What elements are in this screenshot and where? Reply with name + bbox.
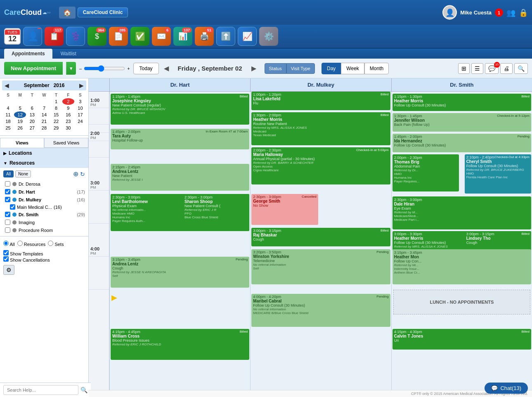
appt-smith-calvin[interactable]: 4:15pm - 4:30pm Billed Calvin T Jones Ur… (392, 329, 531, 350)
main-medical-checkbox[interactable] (10, 204, 15, 210)
notification-badge[interactable]: 1 (495, 8, 503, 17)
cal-day-30[interactable]: 30 (62, 125, 74, 131)
chat-button[interactable]: 💬 Chat(13) (485, 383, 528, 394)
derosa-checkbox[interactable] (5, 181, 10, 187)
cal-day-22[interactable]: 22 (50, 118, 62, 125)
radio-all-label[interactable]: All (3, 241, 15, 247)
resource-main-medical[interactable]: Main Medical C... (16) (0, 203, 88, 210)
cal-day-7[interactable]: 7 (38, 105, 50, 111)
appt-mulkey-winston[interactable]: 3:20pm - 3:50pm Pending Winston Yorkshir… (251, 249, 390, 284)
appt-smith-cheryl[interactable]: 2:10pm - 2:40pm Checked-Out at 4:33pm Ch… (465, 154, 531, 194)
cal-day-28[interactable]: 28 (38, 125, 50, 131)
appt-hart-5[interactable]: 3:15pm - 3:45pm Pending Andrea Lentz Cou… (111, 257, 249, 288)
cal-day-13[interactable]: 13 (26, 111, 38, 118)
cal-day-24[interactable]: 24 (74, 118, 86, 125)
cal-day-27[interactable]: 27 (26, 125, 38, 131)
cal-day-29[interactable]: 29 (50, 125, 62, 131)
week-view-button[interactable]: Week (341, 63, 364, 74)
appt-smith-thomas[interactable]: 2:00pm - 2:30pm Thomas Brig Abdominal Pa… (392, 154, 459, 191)
appt-mulkey-2[interactable]: 1:30pm - 2:00pm Billed Heather Morris Ro… (251, 112, 390, 145)
refresh-icon[interactable]: ↻ (80, 171, 85, 177)
cal-day-23[interactable]: 23 (62, 118, 74, 125)
radio-all[interactable] (3, 241, 9, 246)
imaging-checkbox[interactable] (5, 220, 10, 225)
cal-day-15[interactable]: 15 (50, 111, 62, 118)
cal-day-2[interactable]: 2 (62, 98, 74, 105)
cal-day-26[interactable]: 26 (14, 125, 26, 131)
settings-icon[interactable]: ⚙️ (259, 27, 278, 46)
upload-icon[interactable]: ⬆️ (216, 27, 235, 46)
tab-appointments[interactable]: Appointments (4, 49, 52, 59)
add-resource-icon[interactable]: ⊕ (73, 170, 78, 178)
appt-mulkey-3[interactable]: 2:00pm - 2:30pm Checked-In at 5:03pm Mar… (251, 147, 390, 184)
appt-hart-6[interactable]: 4:15pm - 4:45pm Billed William Cross Blo… (111, 329, 249, 360)
cal-day-9[interactable]: 9 (62, 105, 74, 111)
cal-day-20[interactable]: 20 (26, 118, 38, 125)
search-input[interactable] (3, 385, 78, 395)
messages-button[interactable]: 💬35 (485, 63, 499, 74)
cal-day-25[interactable]: 25 (2, 125, 14, 131)
appt-mulkey-1[interactable]: 1:00pm - 1:20pm Billed Lisa Lakefield Fl… (251, 92, 390, 110)
resource-hart[interactable]: Dr. Hart (17) (0, 188, 88, 196)
appt-hart-2[interactable]: 1:45pm - 2:00pm In Exam Room #7 at 7:00a… (111, 129, 249, 149)
cal-day-21[interactable]: 21 (38, 118, 50, 125)
cal-day-6[interactable]: 6 (26, 105, 38, 111)
radio-sets[interactable] (48, 241, 53, 246)
resource-mulkey[interactable]: Dr. Mulkey (16) (0, 196, 88, 203)
saved-views-tab[interactable]: Saved Views (44, 138, 88, 148)
appt-hart-sharon[interactable]: 2:30pm - 3:00pm Sharon Shoop New Patient… (183, 194, 249, 231)
prev-date-button[interactable]: ◀ (162, 63, 170, 74)
appt-hart-1[interactable]: 1:15pm - 1:45pm Billed Josephine Kingsle… (111, 94, 249, 125)
billing-icon[interactable]: 📋117 (45, 27, 64, 46)
filter-none-button[interactable]: None (15, 170, 31, 177)
appt-smith-1[interactable]: 1:15pm - 1:30pm Billed Heather Morris Fo… (392, 94, 531, 111)
new-appointment-dropdown[interactable]: ▾ (66, 62, 76, 75)
cal-day-16[interactable]: 16 (62, 111, 74, 118)
next-date-button[interactable]: ▶ (250, 63, 258, 74)
mail-icon[interactable]: ✉️6 (152, 27, 171, 46)
appt-smith-lindsey[interactable]: 3:00pm - 3:15pm Billed Lindsey Tho Cough (465, 231, 531, 247)
appt-mulkey-george[interactable]: 2:30pm - 3:00pm Cancelled George Smith N… (251, 194, 318, 225)
radio-sets-label[interactable]: Sets (48, 241, 64, 247)
appt-smith-2[interactable]: 1:30pm - 1:45pm Checked-In at 5:12pm Jen… (392, 113, 531, 132)
visit-type-filter-button[interactable]: Visit Type (286, 63, 315, 74)
stethoscope-icon[interactable]: ⚕️ (66, 27, 85, 46)
home-button[interactable]: 🏠 (59, 7, 76, 19)
cal-day-19[interactable]: 19 (14, 118, 26, 125)
locations-section[interactable]: ▶ Locations (0, 148, 88, 158)
day-view-button[interactable]: Day (322, 63, 341, 74)
cal-day-10[interactable]: 10 (74, 105, 86, 111)
next-month-button[interactable]: ▶ (79, 82, 84, 89)
resources-section[interactable]: ▼ Resources (0, 158, 88, 168)
views-tab[interactable]: Views (0, 138, 44, 148)
mulkey-checkbox[interactable] (5, 197, 10, 202)
resource-procedure[interactable]: Procedure Room (0, 226, 88, 234)
show-cancellations-label[interactable]: Show Cancellations (3, 258, 50, 262)
tab-waitlist[interactable]: Waitlist (53, 49, 84, 59)
status-filter-button[interactable]: Status (265, 63, 286, 74)
settings-button[interactable]: ⚙ (3, 265, 14, 275)
smith-checkbox[interactable] (5, 212, 10, 217)
appointments-icon[interactable]: 👤 (23, 27, 42, 46)
prev-month-button[interactable]: ◀ (5, 82, 9, 89)
cal-day-1[interactable]: 1 (50, 98, 62, 105)
report-icon[interactable]: 📊137 (173, 27, 192, 46)
appt-smith-3[interactable]: 1:45pm - 2:00pm Pending Ida Hernandez Fo… (392, 134, 531, 152)
cal-day-3[interactable]: 3 (74, 98, 86, 105)
zoom-slider-input[interactable] (84, 65, 125, 72)
chart-icon[interactable]: 📈 (238, 27, 257, 46)
cal-day-18[interactable]: 18 (2, 118, 14, 125)
resource-derosa[interactable]: Dr. Derosa (0, 180, 88, 188)
print-icon[interactable]: 🖨️51 (195, 27, 214, 46)
resource-imaging[interactable]: Imaging (0, 218, 88, 226)
print-toolbar-button[interactable]: 🖨 (500, 63, 513, 74)
cal-day-4[interactable]: 4 (2, 105, 14, 111)
lock-icon-button[interactable]: 🔒 (519, 8, 528, 17)
appt-mulkey-maribel[interactable]: 4:00pm - 4:20pm Pending Maribel Cabral F… (251, 294, 390, 327)
list-view-button[interactable]: ☰ (471, 63, 483, 74)
search-toolbar-button[interactable]: 🔍 (514, 63, 528, 74)
cal-day-11[interactable]: 11 (2, 111, 14, 118)
calendar-scroll-area[interactable]: 1:00PM 2:00PM 3:00PM 4:00PM 1:15pm - 1:4… (89, 92, 532, 397)
check-icon[interactable]: ✅ (130, 27, 149, 46)
month-view-button[interactable]: Month (364, 63, 389, 74)
